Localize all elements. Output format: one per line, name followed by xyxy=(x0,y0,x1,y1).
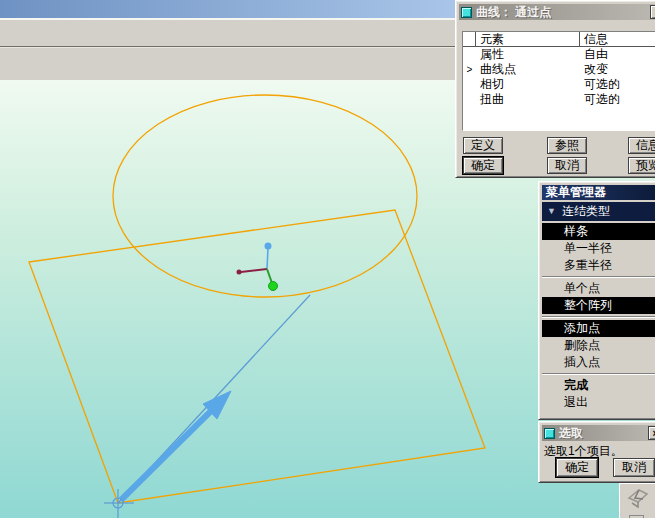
table-row[interactable]: 属性 自由 xyxy=(463,47,655,62)
menu-item-whole-array[interactable]: 整个阵列 xyxy=(542,297,655,314)
menu-separator xyxy=(542,373,655,375)
sketch-ellipse[interactable] xyxy=(113,95,417,297)
close-icon[interactable]: × xyxy=(648,426,655,440)
menu-section-label: 连结类型 xyxy=(562,202,610,221)
curve-point-blue[interactable] xyxy=(265,243,272,250)
curve-dialog-titlebar[interactable]: 曲线： 通过点 × xyxy=(459,4,655,20)
menu-manager: 菜单管理器 ▼ 连结类型 样条 单一半径 多重半径 单个点 整个阵列 添加点 删… xyxy=(538,181,655,420)
sketch-plane-quad[interactable] xyxy=(29,210,485,503)
right-toolbar xyxy=(619,483,655,518)
cancel-button[interactable]: 取消 xyxy=(547,157,587,174)
col-element: 元素 xyxy=(476,32,580,46)
active-row-marker: > xyxy=(463,62,476,77)
element-table[interactable]: 元素 信息 属性 自由 > 曲线点 改变 相切 可选的 扭曲 可选的 xyxy=(462,31,655,131)
define-button[interactable]: 定义 xyxy=(463,137,503,154)
select-dialog: 选取 × 选取1个项目。 确定 取消 xyxy=(538,421,655,483)
menu-item-single-point[interactable]: 单个点 xyxy=(542,280,655,297)
toolbar-area xyxy=(0,22,456,80)
dialog-cube-icon xyxy=(461,7,472,18)
app-window: 曲线： 通过点 × 元素 信息 属性 自由 > 曲线点 改变 相切 可选 xyxy=(0,0,655,518)
curve-point-green[interactable] xyxy=(269,282,278,291)
menu-separator xyxy=(542,276,655,278)
preview-button[interactable]: 预览 xyxy=(628,157,655,174)
curve-point-maroon[interactable] xyxy=(237,270,242,275)
chevron-down-icon: ▼ xyxy=(547,202,556,221)
select-dialog-titlebar[interactable]: 选取 × xyxy=(542,425,655,441)
close-icon[interactable]: × xyxy=(650,5,655,19)
repaint-tool-icon[interactable] xyxy=(625,486,651,510)
table-row-active[interactable]: > 曲线点 改变 xyxy=(463,62,655,77)
curve-dialog-title: 曲线： 通过点 xyxy=(476,4,551,20)
curve-dialog: 曲线： 通过点 × 元素 信息 属性 自由 > 曲线点 改变 相切 可选 xyxy=(455,0,655,178)
select-dialog-title: 选取 xyxy=(559,425,583,441)
table-row[interactable]: 扭曲 可选的 xyxy=(463,92,655,107)
table-row[interactable]: 相切 可选的 xyxy=(463,77,655,92)
curve-points-triad[interactable] xyxy=(237,243,278,291)
element-table-header: 元素 信息 xyxy=(463,32,655,47)
menu-item-insert-point[interactable]: 插入点 xyxy=(542,354,655,371)
menu-item-delete-point[interactable]: 删除点 xyxy=(542,337,655,354)
col-info: 信息 xyxy=(580,32,655,46)
menu-items: 样条 单一半径 多重半径 单个点 整个阵列 添加点 删除点 插入点 完成 退出 xyxy=(542,223,655,416)
dialog-cube-icon xyxy=(544,428,555,439)
menu-item-add-point[interactable]: 添加点 xyxy=(542,320,655,337)
ok-button[interactable]: 确定 xyxy=(463,157,503,174)
menu-item-done[interactable]: 完成 xyxy=(542,377,655,394)
toolbar-divider xyxy=(0,46,456,47)
menu-item-multiple-radius[interactable]: 多重半径 xyxy=(542,257,655,274)
menu-item-quit[interactable]: 退出 xyxy=(542,394,655,411)
select-cancel-button[interactable]: 取消 xyxy=(613,458,655,477)
menu-item-spline[interactable]: 样条 xyxy=(542,223,655,240)
refs-button[interactable]: 参照 xyxy=(547,137,587,154)
info-button[interactable]: 信息 xyxy=(628,137,655,154)
menu-manager-titlebar[interactable]: 菜单管理器 xyxy=(542,185,655,200)
menu-separator xyxy=(542,316,655,318)
direction-arrow[interactable] xyxy=(121,391,231,500)
window-titlebar[interactable] xyxy=(0,0,456,20)
menu-section-connection-type[interactable]: ▼ 连结类型 xyxy=(542,202,655,221)
menu-item-single-radius[interactable]: 单一半径 xyxy=(542,240,655,257)
select-ok-button[interactable]: 确定 xyxy=(556,458,598,477)
